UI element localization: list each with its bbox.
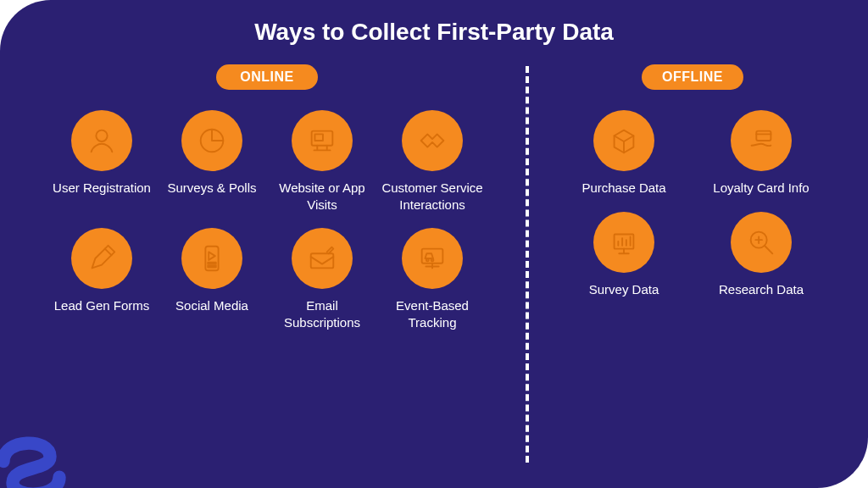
item-website-app-visits: Website or App Visits [271, 110, 373, 213]
pencil-icon [71, 228, 132, 289]
svg-rect-7 [311, 253, 334, 268]
item-customer-service: Customer Service Interactions [381, 110, 483, 213]
package-icon [593, 110, 654, 171]
item-label: Surveys & Polls [167, 180, 256, 197]
item-social-media: Social Media [161, 228, 263, 330]
item-label: Event-Based Tracking [381, 297, 483, 330]
svg-point-0 [96, 130, 107, 141]
page-title: Ways to Collect First-Party Data [0, 0, 868, 46]
piechart-icon [181, 110, 242, 171]
phone-icon [181, 228, 242, 289]
svg-rect-5 [208, 263, 216, 264]
online-grid: User Registration Surveys & Polls Websit… [51, 110, 483, 330]
item-purchase-data: Purchase Data [559, 110, 688, 197]
item-label: Website or App Visits [271, 180, 373, 213]
handshake-icon [402, 110, 463, 171]
item-loyalty-card: Loyalty Card Info [697, 110, 826, 197]
item-lead-gen-forms: Lead Gen Forms [51, 228, 153, 330]
item-research-data: Research Data [697, 212, 826, 298]
item-label: Loyalty Card Info [713, 180, 809, 197]
svg-rect-11 [756, 131, 771, 141]
item-event-tracking: Event-Based Tracking [381, 228, 483, 330]
offline-pill: OFFLINE [642, 64, 743, 90]
item-survey-data: Survey Data [559, 212, 688, 298]
cart-icon [402, 228, 463, 289]
infographic-canvas: Ways to Collect First-Party Data ONLINE … [0, 0, 868, 488]
item-label: Survey Data [589, 281, 659, 298]
item-label: Lead Gen Forms [54, 297, 150, 314]
magnifier-icon [731, 212, 792, 273]
item-label: Customer Service Interactions [381, 180, 483, 213]
section-divider [526, 66, 529, 463]
item-email-subscriptions: Email Subscriptions [271, 228, 373, 330]
svg-rect-3 [314, 134, 323, 141]
card-icon [731, 110, 792, 171]
item-label: User Registration [53, 180, 151, 197]
svg-point-10 [431, 258, 434, 261]
item-label: Email Subscriptions [271, 297, 373, 330]
email-icon [292, 228, 353, 289]
item-user-registration: User Registration [51, 110, 153, 213]
content-row: ONLINE User Registration Surveys & Polls [0, 59, 868, 488]
monitor-icon [292, 110, 353, 171]
barchart-icon [593, 212, 654, 273]
item-surveys-polls: Surveys & Polls [161, 110, 263, 213]
offline-grid: Purchase Data Loyalty Card Info Survey D… [559, 110, 826, 297]
svg-rect-6 [208, 266, 216, 268]
offline-column: OFFLINE Purchase Data Loyalty Card Info [509, 59, 868, 488]
user-icon [71, 110, 132, 171]
item-label: Purchase Data [581, 180, 665, 197]
item-label: Research Data [719, 281, 804, 298]
brand-logo [0, 410, 78, 488]
item-label: Social Media [175, 297, 248, 314]
online-pill: ONLINE [216, 64, 318, 90]
svg-point-9 [426, 258, 429, 261]
